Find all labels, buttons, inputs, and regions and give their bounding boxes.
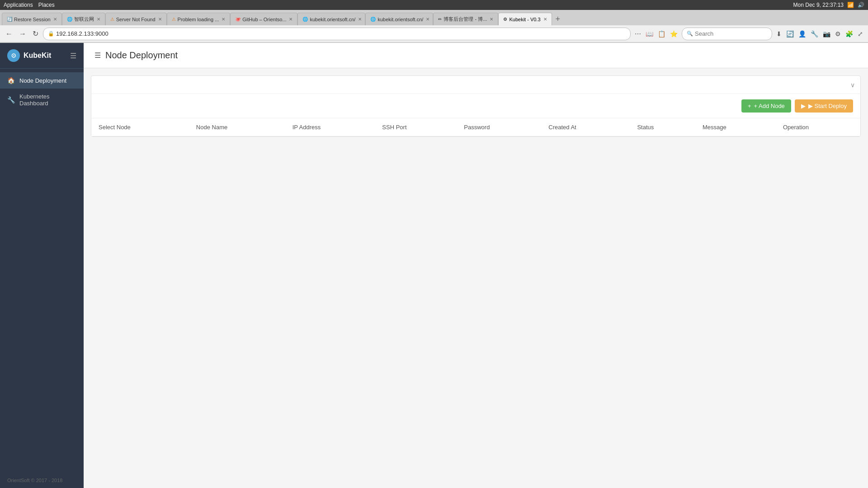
tab-zhilian[interactable]: 🌐 智联云网 ✕ <box>62 13 105 25</box>
profile-icon[interactable]: 👤 <box>797 29 807 38</box>
tab-problem-warning-icon: ⚠ <box>172 17 176 22</box>
sidebar-title: KubeKit <box>24 52 51 60</box>
add-node-plus-icon: + <box>748 103 751 109</box>
content-area: ∨ + + Add Node ▶ ▶ Start Deploy <box>84 68 868 488</box>
new-tab-button[interactable]: + <box>552 13 564 25</box>
tab-restore-close[interactable]: ✕ <box>53 17 57 22</box>
screenshot-icon[interactable]: 📷 <box>821 29 832 38</box>
browser-chrome: 🔄 Restore Session ✕ 🌐 智联云网 ✕ ⚠ Server No… <box>0 10 868 43</box>
tab-bar: 🔄 Restore Session ✕ 🌐 智联云网 ✕ ⚠ Server No… <box>0 10 868 25</box>
toolbar-icons: ⋯ 📖 📋 ⭐ <box>633 29 679 38</box>
tab-kubekit2[interactable]: 🌐 kubekit.orientsoft.cn/ ✕ <box>365 13 433 25</box>
reader-mode-icon[interactable]: 📖 <box>644 29 655 38</box>
tab-problem-label: Problem loading ... <box>178 17 219 22</box>
sync-icon[interactable]: 🔄 <box>785 29 795 38</box>
node-deployment-icon: 🏠 <box>7 77 15 84</box>
col-password: Password <box>457 118 541 136</box>
addon-icon[interactable]: 🧩 <box>844 29 854 38</box>
search-wrapper[interactable]: 🔍 <box>682 28 772 40</box>
table-header: Select Node Node Name IP Address SSH Por… <box>91 118 860 136</box>
tab-restore-favicon: 🔄 <box>7 17 12 22</box>
col-select-node: Select Node <box>91 118 189 136</box>
page-title: Node Deployment <box>105 50 178 61</box>
sidebar-nav: 🏠 Node Deployment 🔧 Kubernetes Dashboard <box>0 69 84 115</box>
tab-blog[interactable]: ✏ 博客后台管理 - 博... ✕ <box>433 13 498 25</box>
col-operation: Operation <box>776 118 860 136</box>
tab-server-close[interactable]: ✕ <box>158 17 162 22</box>
tab-kubekit-active-favicon: ⚙ <box>503 17 507 22</box>
action-bar: + + Add Node ▶ ▶ Start Deploy <box>91 94 860 118</box>
tab-restore-session[interactable]: 🔄 Restore Session ✕ <box>2 13 62 25</box>
tab-kubekit1-label: kubekit.orientsoft.cn/ <box>310 17 355 22</box>
bookmark-icon[interactable]: ⭐ <box>669 29 679 38</box>
download-icon[interactable]: ⬇ <box>775 29 783 38</box>
sidebar-logo: ⚙ <box>7 49 20 62</box>
back-button[interactable]: ← <box>4 29 14 39</box>
add-node-label: + Add Node <box>754 103 785 109</box>
tab-zhilian-favicon: 🌐 <box>67 17 72 22</box>
tab-kubekit2-favicon: 🌐 <box>370 17 376 22</box>
address-input[interactable] <box>56 30 626 37</box>
col-created-at: Created At <box>541 118 630 136</box>
tab-problem-loading[interactable]: ⚠ Problem loading ... ✕ <box>167 13 231 25</box>
col-message: Message <box>695 118 776 136</box>
forward-button[interactable]: → <box>17 29 28 39</box>
col-ip-address: IP Address <box>285 118 375 136</box>
sidebar-item-node-deployment-label: Node Deployment <box>19 77 66 84</box>
app-layout: ⚙ KubeKit ☰ 🏠 Node Deployment 🔧 Kubernet… <box>0 43 868 488</box>
tab-kubekit2-label: kubekit.orientsoft.cn/ <box>377 17 423 22</box>
tab-kubekit2-close[interactable]: ✕ <box>426 17 429 22</box>
add-node-button[interactable]: + + Add Node <box>741 99 791 113</box>
extensions-icon[interactable]: 🔧 <box>809 29 820 38</box>
col-status: Status <box>630 118 695 136</box>
os-bar: Applications Places Mon Dec 9, 22:37:13 … <box>0 0 868 10</box>
sound-icon: 🔊 <box>858 2 864 8</box>
tab-github-label: GitHub – Orientso... <box>242 17 286 22</box>
sidebar-item-kubernetes-label: Kubernetes Dashboard <box>19 93 76 107</box>
tab-kubekit1[interactable]: 🌐 kubekit.orientsoft.cn/ ✕ <box>297 13 365 25</box>
page-header: ☰ Node Deployment <box>84 43 868 68</box>
tab-kubekit-active-close[interactable]: ✕ <box>543 17 547 22</box>
tab-server-not-found[interactable]: ⚠ Server Not Found ✕ <box>105 13 167 25</box>
places-menu[interactable]: Places <box>38 2 55 8</box>
start-deploy-play-icon: ▶ <box>801 103 806 109</box>
tab-blog-favicon: ✏ <box>438 17 442 22</box>
tab-blog-close[interactable]: ✕ <box>490 17 493 22</box>
tab-kubekit-active[interactable]: ⚙ Kubekit - V0.3 ✕ <box>498 13 552 25</box>
more-menu-icon[interactable]: ⋯ <box>633 29 642 38</box>
address-bar: ← → ↻ 🔒 ⋯ 📖 📋 ⭐ 🔍 ⬇ 🔄 👤 🔧 📷 ⚙ 🧩 ⤢ <box>0 25 868 42</box>
sidebar-header: ⚙ KubeKit ☰ <box>0 43 84 69</box>
card-top-bar: ∨ <box>91 76 860 94</box>
col-ssh-port: SSH Port <box>375 118 457 136</box>
reload-button[interactable]: ↻ <box>31 28 40 39</box>
search-input[interactable] <box>695 30 771 37</box>
tab-server-warning-icon: ⚠ <box>110 17 114 22</box>
tab-restore-label: Restore Session <box>14 17 51 22</box>
tab-kubekit-active-label: Kubekit - V0.3 <box>509 17 540 22</box>
sidebar-item-node-deployment[interactable]: 🏠 Node Deployment <box>0 72 84 89</box>
start-deploy-label: ▶ Start Deploy <box>808 103 847 109</box>
tab-github[interactable]: 🐙 GitHub – Orientso... ✕ <box>230 13 297 25</box>
start-deploy-button[interactable]: ▶ ▶ Start Deploy <box>795 99 853 113</box>
lock-icon: 🔒 <box>48 31 54 37</box>
wifi-icon: 📶 <box>847 2 854 8</box>
settings-icon[interactable]: ⚙ <box>834 29 842 38</box>
search-icon: 🔍 <box>687 31 693 37</box>
table-header-row: Select Node Node Name IP Address SSH Por… <box>91 118 860 136</box>
address-bar-input-wrapper[interactable]: 🔒 <box>43 28 631 40</box>
sidebar-item-kubernetes-dashboard[interactable]: 🔧 Kubernetes Dashboard <box>0 89 84 111</box>
tab-problem-close[interactable]: ✕ <box>222 17 225 22</box>
tab-kubekit1-favicon: 🌐 <box>302 17 308 22</box>
tab-zhilian-close[interactable]: ✕ <box>97 17 100 22</box>
tab-github-close[interactable]: ✕ <box>289 17 292 22</box>
expand-icon[interactable]: ⤢ <box>856 29 864 38</box>
tab-server-label: Server Not Found <box>116 17 156 22</box>
pocket-icon[interactable]: 📋 <box>656 29 667 38</box>
tab-blog-label: 博客后台管理 - 博... <box>443 16 487 23</box>
applications-menu[interactable]: Applications <box>4 2 33 8</box>
tab-kubekit1-close[interactable]: ✕ <box>358 17 362 22</box>
tab-zhilian-label: 智联云网 <box>74 16 94 23</box>
collapse-button[interactable]: ∨ <box>850 81 855 89</box>
page-header-icon: ☰ <box>94 51 101 60</box>
sidebar-menu-toggle[interactable]: ☰ <box>70 52 76 60</box>
